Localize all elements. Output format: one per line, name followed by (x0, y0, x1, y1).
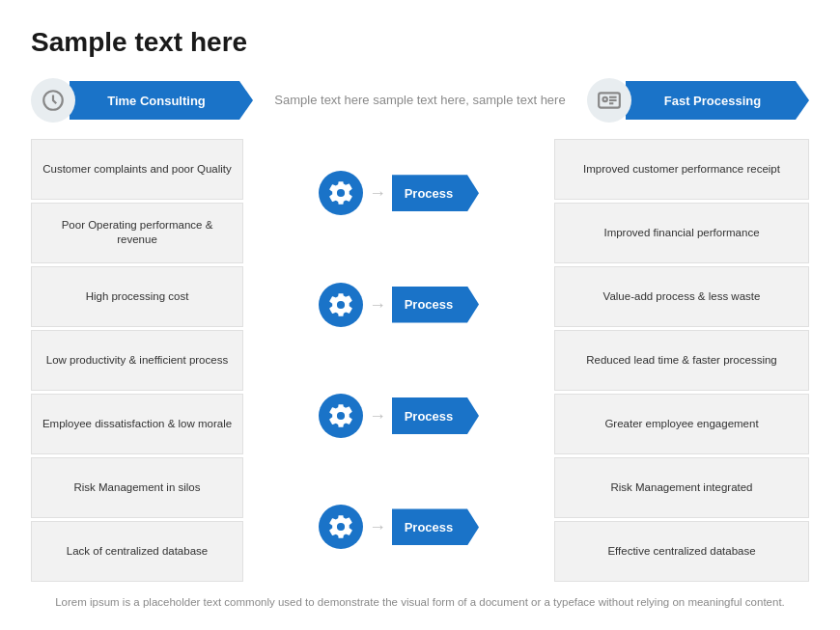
list-item: Value-add process & less waste (554, 266, 809, 327)
gear-icon-3 (319, 394, 363, 438)
list-item: Improved customer performance receipt (554, 139, 809, 200)
list-item: Low productivity & inefficient process (31, 330, 243, 391)
page-container: Sample text here Time Consulting Sample … (0, 0, 840, 630)
process-row-2: → Process (243, 250, 554, 358)
arrow-right-icon: → (369, 296, 386, 314)
list-item: Risk Management in silos (31, 457, 243, 518)
list-item: Effective centralized database (554, 521, 809, 582)
list-item: Customer complaints and poor Quality (31, 139, 243, 200)
right-banner: Fast Processing (587, 75, 809, 125)
list-item: Employee dissatisfaction & low morale (31, 394, 243, 454)
list-item: Lack of centralized database (31, 521, 243, 582)
header-center-text: Sample text here sample text here, sampl… (263, 91, 577, 110)
left-column: Customer complaints and poor Quality Poo… (31, 139, 243, 582)
list-item: Greater employee engagement (554, 394, 809, 454)
footer-text: Lorem ipsum is a placeholder text common… (31, 593, 809, 611)
clock-icon (31, 78, 75, 123)
process-box-4: Process (392, 508, 479, 545)
process-row-1: → Process (243, 139, 554, 247)
arrow-right-icon: → (369, 184, 386, 202)
page-title: Sample text here (31, 27, 809, 58)
center-column: → Process → Process (243, 139, 554, 582)
header-row: Time Consulting Sample text here sample … (31, 75, 809, 125)
process-box-2: Process (392, 287, 479, 323)
list-item: Improved financial performance (554, 203, 809, 263)
content-grid: Customer complaints and poor Quality Poo… (31, 139, 809, 582)
list-item: Poor Operating performance & revenue (31, 203, 243, 263)
arrow-right-icon: → (369, 407, 386, 425)
process-row-4: → Process (243, 473, 554, 581)
right-column: Improved customer performance receipt Im… (554, 139, 809, 582)
left-banner-arrow: Time Consulting (70, 81, 253, 120)
arrow-right-icon: → (369, 518, 386, 535)
left-banner: Time Consulting (31, 75, 253, 125)
id-card-icon (587, 78, 631, 123)
gear-icon-1 (319, 171, 363, 215)
process-box-1: Process (392, 175, 479, 211)
list-item: Reduced lead time & faster processing (554, 330, 809, 391)
process-row-3: → Process (243, 362, 554, 470)
svg-point-2 (603, 97, 607, 101)
gear-icon-2 (319, 283, 363, 327)
right-banner-arrow: Fast Processing (626, 81, 809, 120)
list-item: High processing cost (31, 266, 243, 327)
list-item: Risk Management integrated (554, 457, 809, 518)
gear-icon-4 (319, 505, 363, 549)
process-box-3: Process (392, 397, 479, 434)
